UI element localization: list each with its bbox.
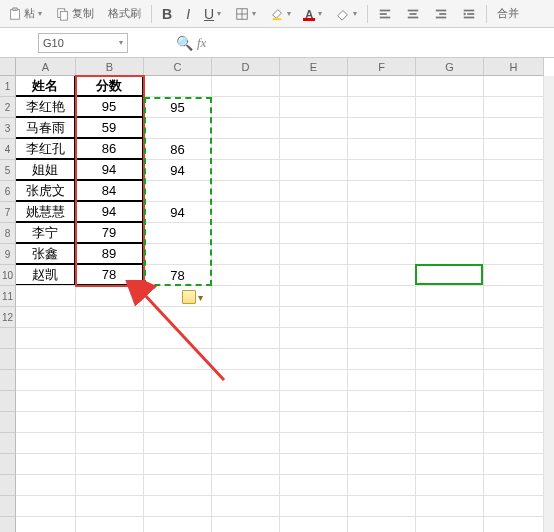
cell[interactable] [348,160,416,181]
cell[interactable] [484,307,544,328]
cell[interactable] [144,370,212,391]
row-header[interactable]: 5 [0,160,16,181]
cell[interactable]: 86 [144,139,212,160]
cell[interactable] [76,328,144,349]
cell[interactable] [144,454,212,475]
cell[interactable] [348,286,416,307]
row-header[interactable]: 2 [0,97,16,118]
cell[interactable] [16,412,76,433]
row-header[interactable] [0,517,16,532]
cell[interactable]: 86 [75,138,143,159]
cell[interactable]: 李红孔 [15,138,75,159]
cell[interactable] [416,118,484,139]
cell[interactable] [212,328,280,349]
font-color-button[interactable]: A ▾ [301,4,326,23]
cell[interactable] [212,97,280,118]
cell[interactable] [76,433,144,454]
cell[interactable] [212,307,280,328]
cell[interactable] [416,328,484,349]
cell[interactable] [76,454,144,475]
cell[interactable] [16,454,76,475]
cell[interactable] [76,475,144,496]
row-header[interactable] [0,370,16,391]
align-center-button[interactable] [402,5,424,23]
table-header-cell[interactable]: 姓名 [15,75,75,96]
cell[interactable]: 姐姐 [15,159,75,180]
cell[interactable] [212,76,280,97]
cell[interactable] [348,433,416,454]
cell[interactable]: 79 [75,222,143,243]
cell[interactable] [16,496,76,517]
cell[interactable] [280,265,348,286]
cell[interactable]: 张虎文 [15,180,75,201]
cell[interactable] [484,139,544,160]
cell[interactable] [76,391,144,412]
row-header[interactable] [0,349,16,370]
cell[interactable] [212,223,280,244]
borders-button[interactable]: ▾ [231,5,260,23]
cell[interactable] [484,286,544,307]
cell[interactable] [212,475,280,496]
cell[interactable] [348,517,416,532]
cell[interactable] [280,223,348,244]
cell[interactable] [348,265,416,286]
cell[interactable] [484,412,544,433]
cell[interactable] [144,433,212,454]
cell[interactable] [484,328,544,349]
cell[interactable]: 姚慧慧 [15,201,75,222]
cell[interactable] [484,202,544,223]
cell[interactable] [280,202,348,223]
cell[interactable] [484,118,544,139]
cell[interactable]: 94 [75,201,143,222]
italic-button[interactable]: I [182,4,194,24]
cell[interactable] [212,139,280,160]
cell[interactable] [280,391,348,412]
cell[interactable] [212,391,280,412]
align-right-button[interactable] [430,5,452,23]
cell[interactable] [144,475,212,496]
cell[interactable] [76,370,144,391]
cell[interactable]: 95 [75,96,143,117]
cell[interactable] [144,496,212,517]
cell[interactable] [212,349,280,370]
bold-button[interactable]: B [158,4,176,24]
cell[interactable] [76,307,144,328]
indent-button[interactable] [458,5,480,23]
cell[interactable] [484,433,544,454]
cell[interactable] [212,118,280,139]
cell[interactable] [212,517,280,532]
cell[interactable] [484,244,544,265]
cell[interactable] [212,370,280,391]
cell[interactable]: 张鑫 [15,243,75,264]
format-painter-button[interactable]: 格式刷 [104,4,145,23]
cell[interactable] [144,307,212,328]
cell[interactable] [212,181,280,202]
select-all-corner[interactable] [0,58,16,76]
cell[interactable] [16,517,76,532]
cell[interactable] [484,349,544,370]
cell[interactable] [484,454,544,475]
cell[interactable] [76,517,144,532]
cell[interactable] [348,370,416,391]
cell[interactable] [416,475,484,496]
cell[interactable] [416,265,484,286]
cell[interactable] [212,412,280,433]
cell[interactable] [144,517,212,532]
row-header[interactable] [0,454,16,475]
cell[interactable] [348,412,416,433]
cell[interactable] [280,349,348,370]
column-header[interactable]: B [76,58,144,76]
underline-button[interactable]: U▾ [200,4,225,24]
cell[interactable] [484,160,544,181]
cell[interactable] [348,328,416,349]
cell[interactable] [16,307,76,328]
cell[interactable]: 59 [75,117,143,138]
cell[interactable] [76,286,144,307]
cell[interactable] [212,454,280,475]
row-header[interactable]: 10 [0,265,16,286]
cell[interactable] [484,181,544,202]
cell[interactable] [280,475,348,496]
align-left-button[interactable] [374,5,396,23]
cell[interactable] [212,160,280,181]
cell[interactable]: 李红艳 [15,96,75,117]
